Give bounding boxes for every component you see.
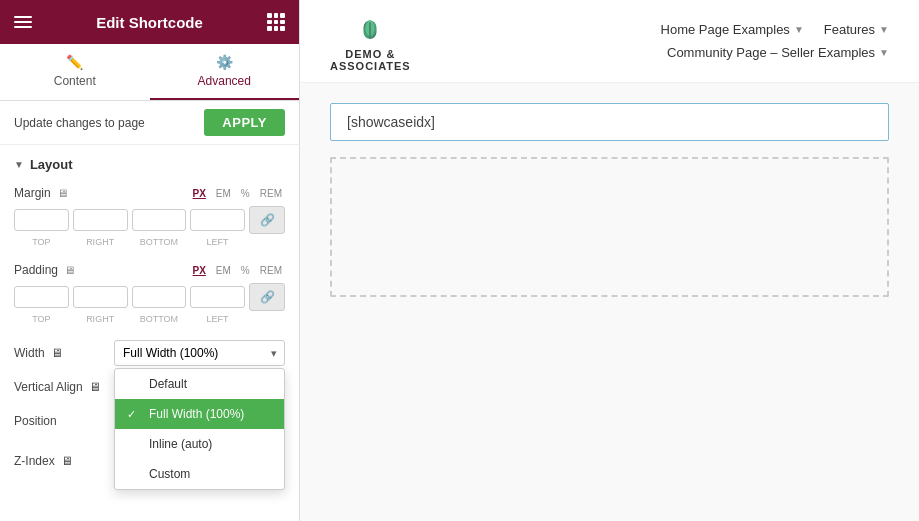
advanced-tab-icon: ⚙️ xyxy=(216,54,233,70)
tab-advanced[interactable]: ⚙️ Advanced xyxy=(150,44,300,100)
layout-label: Layout xyxy=(30,157,73,172)
width-option-inline[interactable]: Inline (auto) xyxy=(115,429,284,459)
margin-bottom-input[interactable] xyxy=(132,209,187,231)
bottom-nav-row: Community Page – Seller Examples ▼ xyxy=(667,45,889,60)
margin-top-label: TOP xyxy=(14,237,69,247)
zindex-monitor-icon: 🖥 xyxy=(61,454,73,468)
width-option-default-label: Default xyxy=(149,377,187,391)
padding-label: Padding xyxy=(14,263,58,277)
panel-title: Edit Shortcode xyxy=(96,14,203,31)
panel-tabs: ✏️ Content ⚙️ Advanced xyxy=(0,44,299,101)
nav-features-label: Features xyxy=(824,22,875,37)
margin-field: Margin 🖥 PX EM % REM 🔗 TOP RIGHT BOT xyxy=(14,186,285,247)
padding-left-label: LEFT xyxy=(190,314,245,324)
site-header: DEMO &ASSOCIATES Home Page Examples ▼ Fe… xyxy=(300,0,919,83)
margin-bottom-label: BOTTOM xyxy=(132,237,187,247)
margin-left-input[interactable] xyxy=(190,209,245,231)
padding-top-input[interactable] xyxy=(14,286,69,308)
margin-link-button[interactable]: 🔗 xyxy=(249,206,285,234)
width-option-full[interactable]: ✓ Full Width (100%) xyxy=(115,399,284,429)
nav-area: Home Page Examples ▼ Features ▼ Communit… xyxy=(661,22,889,60)
padding-sub-labels: TOP RIGHT BOTTOM LEFT xyxy=(14,314,285,324)
left-panel: Edit Shortcode ✏️ Content ⚙️ Advanced Up… xyxy=(0,0,300,521)
width-row: Width 🖥 Full Width (100%) Default ✓ Full… xyxy=(14,340,285,366)
width-option-inline-label: Inline (auto) xyxy=(149,437,212,451)
content-tab-icon: ✏️ xyxy=(66,54,83,70)
padding-unit-pct[interactable]: % xyxy=(238,264,253,277)
position-text: Position xyxy=(14,414,57,428)
margin-unit-pct[interactable]: % xyxy=(238,187,253,200)
position-label: Position xyxy=(14,414,104,428)
top-nav-row: Home Page Examples ▼ Features ▼ xyxy=(661,22,889,37)
width-dropdown-wrapper: Full Width (100%) Default ✓ Full Width (… xyxy=(114,340,285,366)
padding-inputs: 🔗 xyxy=(14,283,285,311)
logo-area: DEMO &ASSOCIATES xyxy=(330,10,411,72)
apply-button[interactable]: APPLY xyxy=(204,109,285,136)
padding-label-row: Padding 🖥 PX EM % REM xyxy=(14,263,285,277)
nav-community-label: Community Page – Seller Examples xyxy=(667,45,875,60)
tab-content-label: Content xyxy=(54,74,96,88)
width-text: Width xyxy=(14,346,45,360)
nav-home-examples[interactable]: Home Page Examples ▼ xyxy=(661,22,804,37)
padding-bottom-input[interactable] xyxy=(132,286,187,308)
margin-right-label: RIGHT xyxy=(73,237,128,247)
site-content: [showcaseidx] xyxy=(300,83,919,521)
vertical-align-label: Vertical Align 🖥 xyxy=(14,380,104,394)
width-dropdown[interactable]: Full Width (100%) xyxy=(114,340,285,366)
zindex-label: Z-Index 🖥 xyxy=(14,454,104,468)
margin-monitor-icon: 🖥 xyxy=(57,187,68,199)
full-check-icon: ✓ xyxy=(127,408,141,421)
padding-right-input[interactable] xyxy=(73,286,128,308)
zindex-text: Z-Index xyxy=(14,454,55,468)
padding-right-label: RIGHT xyxy=(73,314,128,324)
panel-content: ▼ Layout Margin 🖥 PX EM % REM 🔗 xyxy=(0,145,299,521)
width-option-default[interactable]: Default xyxy=(115,369,284,399)
width-option-custom[interactable]: Custom xyxy=(115,459,284,489)
padding-left-input[interactable] xyxy=(190,286,245,308)
width-dropdown-popup: Default ✓ Full Width (100%) Inline (auto… xyxy=(114,368,285,490)
tab-content[interactable]: ✏️ Content xyxy=(0,44,150,100)
community-caret-icon: ▼ xyxy=(879,47,889,58)
nav-features[interactable]: Features ▼ xyxy=(824,22,889,37)
apply-bar: Update changes to page APPLY xyxy=(0,101,299,145)
margin-inputs: 🔗 xyxy=(14,206,285,234)
vertical-align-monitor-icon: 🖥 xyxy=(89,380,101,394)
padding-top-label: TOP xyxy=(14,314,69,324)
grid-icon[interactable] xyxy=(267,13,285,31)
width-option-custom-label: Custom xyxy=(149,467,190,481)
right-panel: DEMO &ASSOCIATES Home Page Examples ▼ Fe… xyxy=(300,0,919,521)
margin-unit-px[interactable]: PX xyxy=(190,187,209,200)
margin-sub-labels: TOP RIGHT BOTTOM LEFT xyxy=(14,237,285,247)
margin-label-row: Margin 🖥 PX EM % REM xyxy=(14,186,285,200)
tab-advanced-label: Advanced xyxy=(198,74,251,88)
vertical-align-text: Vertical Align xyxy=(14,380,83,394)
margin-unit-rem[interactable]: REM xyxy=(257,187,285,200)
nav-community[interactable]: Community Page – Seller Examples ▼ xyxy=(667,45,889,60)
padding-unit-rem[interactable]: REM xyxy=(257,264,285,277)
padding-monitor-icon: 🖥 xyxy=(64,264,75,276)
shortcode-box: [showcaseidx] xyxy=(330,103,889,141)
width-label: Width 🖥 xyxy=(14,346,104,360)
hamburger-icon[interactable] xyxy=(14,16,32,28)
nav-home-label: Home Page Examples xyxy=(661,22,790,37)
padding-link-button[interactable]: 🔗 xyxy=(249,283,285,311)
logo-text: DEMO &ASSOCIATES xyxy=(330,48,411,72)
padding-unit-em[interactable]: EM xyxy=(213,264,234,277)
padding-unit-px[interactable]: PX xyxy=(190,264,209,277)
dashed-placeholder-box xyxy=(330,157,889,297)
width-option-full-label: Full Width (100%) xyxy=(149,407,244,421)
width-monitor-icon: 🖥 xyxy=(51,346,63,360)
layout-chevron-icon: ▼ xyxy=(14,159,24,170)
margin-top-input[interactable] xyxy=(14,209,69,231)
margin-right-input[interactable] xyxy=(73,209,128,231)
panel-header: Edit Shortcode xyxy=(0,0,299,44)
logo-icon xyxy=(352,10,388,46)
margin-label: Margin xyxy=(14,186,51,200)
margin-unit-em[interactable]: EM xyxy=(213,187,234,200)
padding-bottom-label: BOTTOM xyxy=(132,314,187,324)
features-caret-icon: ▼ xyxy=(879,24,889,35)
apply-bar-text: Update changes to page xyxy=(14,116,145,130)
home-caret-icon: ▼ xyxy=(794,24,804,35)
padding-field: Padding 🖥 PX EM % REM 🔗 TOP RIGHT BO xyxy=(14,263,285,324)
shortcode-text: [showcaseidx] xyxy=(347,114,435,130)
